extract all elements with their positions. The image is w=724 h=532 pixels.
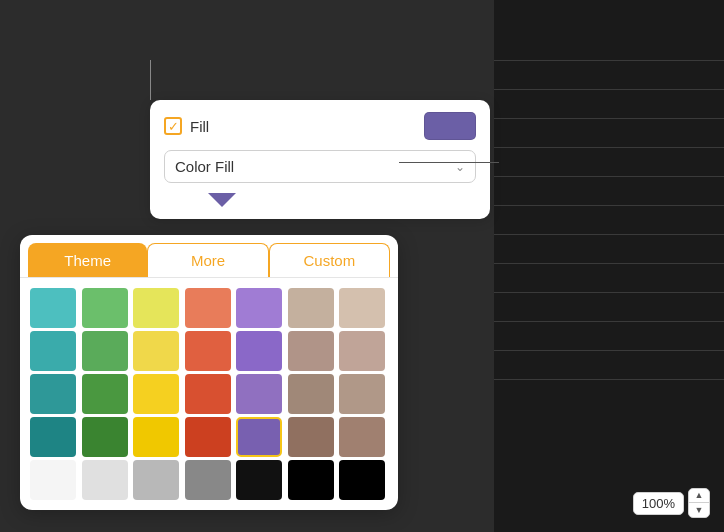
fill-color-swatch[interactable] bbox=[424, 112, 476, 140]
color-cell[interactable] bbox=[236, 288, 282, 328]
line-5 bbox=[494, 176, 724, 177]
color-cell[interactable] bbox=[236, 460, 282, 500]
line-6 bbox=[494, 205, 724, 206]
vertical-indicator-line bbox=[150, 60, 151, 100]
color-cell[interactable] bbox=[339, 288, 385, 328]
color-cell[interactable] bbox=[288, 288, 334, 328]
line-8 bbox=[494, 263, 724, 264]
color-cell[interactable] bbox=[288, 417, 334, 457]
line-10 bbox=[494, 321, 724, 322]
color-cell[interactable] bbox=[30, 331, 76, 371]
color-cell[interactable] bbox=[339, 331, 385, 371]
color-cell[interactable] bbox=[30, 417, 76, 457]
right-panel bbox=[494, 0, 724, 532]
color-cell[interactable] bbox=[30, 374, 76, 414]
color-cell[interactable] bbox=[30, 460, 76, 500]
color-cell[interactable] bbox=[288, 331, 334, 371]
zoom-arrows: ▲ ▼ bbox=[688, 488, 710, 518]
zoom-value: 100% bbox=[633, 492, 684, 515]
color-cell[interactable] bbox=[82, 374, 128, 414]
color-cell-selected[interactable] bbox=[236, 417, 282, 457]
line-12 bbox=[494, 379, 724, 380]
line-3 bbox=[494, 118, 724, 119]
fill-label: Fill bbox=[190, 118, 209, 135]
color-cell[interactable] bbox=[133, 460, 179, 500]
color-cell[interactable] bbox=[82, 288, 128, 328]
color-cell[interactable] bbox=[339, 417, 385, 457]
color-cell[interactable] bbox=[82, 460, 128, 500]
color-cell[interactable] bbox=[30, 288, 76, 328]
color-fill-text: Color Fill bbox=[175, 158, 234, 175]
fill-panel: ✓ Fill Color Fill ⌄ bbox=[150, 100, 490, 219]
line-9 bbox=[494, 292, 724, 293]
color-cell[interactable] bbox=[288, 460, 334, 500]
arrow-container bbox=[164, 193, 476, 207]
color-cell[interactable] bbox=[185, 417, 231, 457]
fill-checkbox[interactable]: ✓ bbox=[164, 117, 182, 135]
color-cell[interactable] bbox=[82, 417, 128, 457]
tab-theme[interactable]: Theme bbox=[28, 243, 147, 277]
arrow-up-indicator bbox=[208, 193, 236, 207]
checkbox-checkmark: ✓ bbox=[168, 120, 179, 133]
zoom-up-arrow[interactable]: ▲ bbox=[689, 489, 709, 503]
color-picker-popup: Theme More Custom bbox=[20, 235, 398, 510]
connector-line bbox=[399, 162, 499, 163]
color-cell[interactable] bbox=[185, 331, 231, 371]
line-11 bbox=[494, 350, 724, 351]
color-cell[interactable] bbox=[185, 288, 231, 328]
color-cell[interactable] bbox=[288, 374, 334, 414]
color-cell[interactable] bbox=[236, 331, 282, 371]
fill-left-group: ✓ Fill bbox=[164, 117, 209, 135]
color-grid bbox=[20, 278, 398, 510]
color-cell[interactable] bbox=[133, 288, 179, 328]
color-cell[interactable] bbox=[82, 331, 128, 371]
zoom-down-arrow[interactable]: ▼ bbox=[689, 503, 709, 517]
color-cell[interactable] bbox=[339, 374, 385, 414]
color-cell[interactable] bbox=[185, 460, 231, 500]
fill-row: ✓ Fill bbox=[164, 112, 476, 140]
color-cell[interactable] bbox=[133, 374, 179, 414]
color-fill-dropdown[interactable]: Color Fill ⌄ bbox=[164, 150, 476, 183]
tabs-row: Theme More Custom bbox=[20, 235, 398, 278]
tab-more[interactable]: More bbox=[147, 243, 268, 277]
line-1 bbox=[494, 60, 724, 61]
right-panel-lines bbox=[494, 60, 724, 408]
line-4 bbox=[494, 147, 724, 148]
line-7 bbox=[494, 234, 724, 235]
color-cell[interactable] bbox=[133, 417, 179, 457]
color-cell[interactable] bbox=[185, 374, 231, 414]
zoom-control: 100% ▲ ▼ bbox=[633, 488, 710, 518]
line-2 bbox=[494, 89, 724, 90]
tab-custom[interactable]: Custom bbox=[269, 243, 390, 277]
color-cell[interactable] bbox=[133, 331, 179, 371]
color-cell[interactable] bbox=[236, 374, 282, 414]
color-cell[interactable] bbox=[339, 460, 385, 500]
